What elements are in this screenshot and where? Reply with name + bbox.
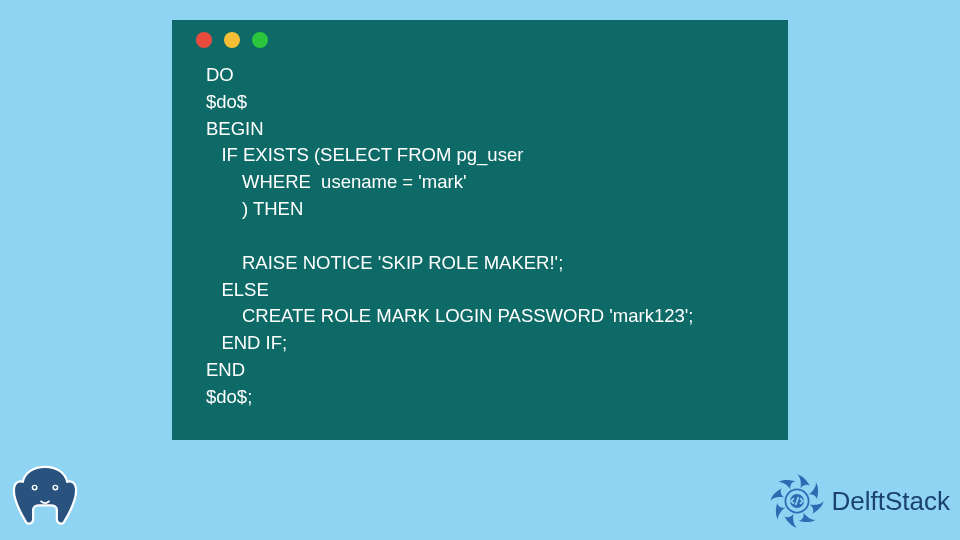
code-window: DO $do$ BEGIN IF EXISTS (SELECT FROM pg_… — [172, 20, 788, 440]
maximize-icon — [252, 32, 268, 48]
postgresql-logo-icon — [8, 458, 82, 532]
delftstack-badge-icon — [768, 472, 826, 530]
svg-point-3 — [54, 486, 57, 489]
svg-point-2 — [33, 486, 36, 489]
close-icon — [196, 32, 212, 48]
minimize-icon — [224, 32, 240, 48]
delftstack-label: DelftStack — [832, 486, 951, 517]
delftstack-branding: DelftStack — [768, 472, 951, 530]
code-block: DO $do$ BEGIN IF EXISTS (SELECT FROM pg_… — [190, 62, 770, 411]
window-controls — [196, 32, 770, 48]
